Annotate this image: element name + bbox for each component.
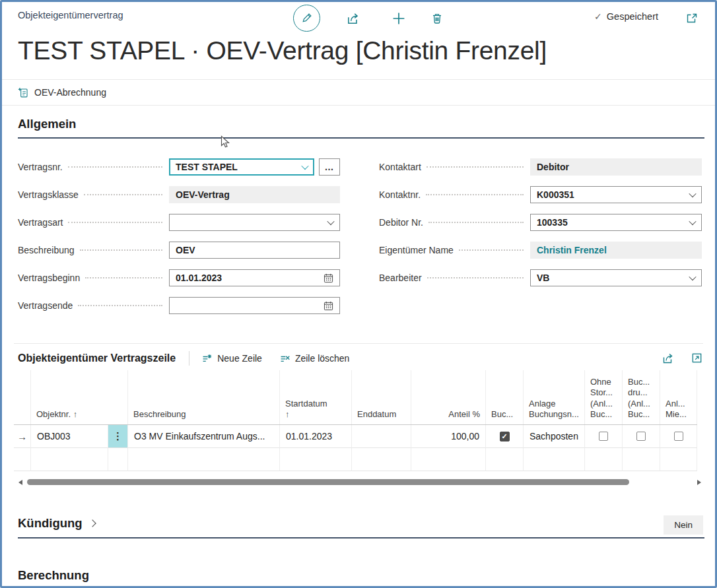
cell-startdatum[interactable]: [280, 448, 352, 471]
open-in-window-icon[interactable]: [691, 352, 703, 365]
cell-objektnr[interactable]: [31, 448, 108, 471]
delete-icon[interactable]: [430, 11, 444, 26]
dotted-leader: [80, 249, 162, 251]
checkbox-checked[interactable]: [500, 432, 510, 441]
cell-objektnr[interactable]: OBJ003: [31, 425, 108, 448]
column-header-buc[interactable]: Buc...: [486, 370, 524, 424]
vertragsbeginn-datefield[interactable]: 01.01.2023: [169, 269, 340, 286]
dotted-leader: [427, 166, 524, 168]
form-right-column: Kontaktart Debitor Kontaktnr. K000351 De…: [379, 158, 702, 297]
edit-pencil-icon[interactable]: [293, 5, 320, 32]
dotted-leader: [427, 277, 524, 278]
chevron-down-icon[interactable]: [301, 162, 308, 170]
field-label: Vertragsende: [18, 300, 73, 311]
field-beschreibung: Beschreibung OEV: [18, 242, 340, 259]
field-vertragsnr: Vertragsnr. TEST STAPEL …: [18, 158, 340, 176]
lines-part-caption: Objekteigentümer Vertragszeile Neue Zeil…: [18, 348, 703, 368]
cell-buc[interactable]: [486, 448, 524, 471]
cell-buc-dru[interactable]: [623, 448, 660, 471]
cell-enddatum[interactable]: [352, 425, 411, 448]
column-header-beschreibung[interactable]: Beschreibung: [128, 370, 280, 424]
beschreibung-input[interactable]: OEV: [169, 242, 340, 259]
cell-enddatum[interactable]: [352, 448, 411, 471]
cell-beschreibung[interactable]: [128, 448, 280, 471]
column-header-startdatum[interactable]: Startdatum ↑: [280, 370, 352, 424]
bearbeiter-combobox[interactable]: VB: [530, 269, 702, 286]
table-row: → OBJ003 ⋮ O3 MV Einkaufszentrum Augs...…: [14, 425, 697, 448]
action-label: Neue Zeile: [217, 353, 262, 364]
debitor-nr-combobox[interactable]: 100335: [530, 214, 702, 231]
new-line-button[interactable]: Neue Zeile: [201, 353, 262, 364]
field-value: OEV-Vertrag: [176, 189, 230, 200]
share-icon[interactable]: [662, 352, 675, 365]
field-debitor-nr: Debitor Nr. 100335: [379, 214, 702, 231]
cell-buc-checkbox[interactable]: [486, 425, 524, 448]
delete-line-icon: [279, 353, 290, 364]
checkbox-unchecked[interactable]: [674, 432, 683, 441]
chevron-down-icon[interactable]: [327, 218, 334, 225]
chevron-down-icon[interactable]: [689, 190, 696, 197]
assist-edit-button[interactable]: …: [319, 158, 340, 176]
action-bar: OEV-Abrechnung: [2, 80, 715, 106]
cell-selector: [14, 448, 31, 471]
cell-anteil[interactable]: [411, 448, 486, 471]
kontaktnr-combobox[interactable]: K000351: [530, 186, 702, 203]
checkbox-unchecked[interactable]: [599, 432, 608, 441]
lines-part-title: Objekteigentümer Vertragszeile: [18, 352, 176, 364]
vertragsende-datefield[interactable]: [169, 297, 340, 314]
cell-anl-mie-checkbox[interactable]: [660, 425, 697, 448]
column-header-anlage[interactable]: Anlage Buchungsn...: [524, 370, 585, 424]
cell-startdatum[interactable]: 01.01.2023: [280, 425, 352, 448]
section-title-allgemein[interactable]: Allgemein: [18, 117, 76, 131]
section-title-berechnung[interactable]: Berechnung: [18, 568, 89, 583]
cell-ohne-stor[interactable]: [585, 448, 623, 471]
column-header-objektnr[interactable]: Objektnr. ↑: [31, 370, 128, 424]
new-line-icon: [201, 353, 213, 364]
cell-anl-mie[interactable]: [660, 448, 697, 471]
calendar-icon[interactable]: [324, 273, 333, 283]
breadcrumb[interactable]: Objekteigentümervertrag: [18, 10, 123, 20]
chevron-down-icon[interactable]: [689, 273, 696, 280]
field-bearbeiter: Bearbeiter VB: [379, 269, 702, 286]
column-header-enddatum[interactable]: Enddatum: [352, 370, 411, 424]
field-label: Vertragsnr.: [18, 162, 63, 172]
cell-beschreibung[interactable]: O3 MV Einkaufszentrum Augs...: [128, 425, 280, 448]
cell-anteil[interactable]: 100,00: [411, 425, 486, 448]
field-eigentuemer-name: Eigentümer Name Christin Frenzel: [379, 242, 702, 259]
cell-anlage[interactable]: Sachposten: [524, 425, 585, 448]
owner-name-link[interactable]: Christin Frenzel: [537, 245, 607, 255]
column-header-ohne-stor[interactable]: Ohne Stor... (Anl... Buc...: [585, 370, 623, 424]
row-menu-icon[interactable]: ⋮: [108, 425, 128, 448]
section-title-kuendigung[interactable]: Kündigung: [18, 516, 95, 531]
dotted-leader: [68, 166, 162, 168]
horizontal-scrollbar[interactable]: [14, 478, 703, 487]
scroll-left-arrow[interactable]: [18, 480, 22, 485]
kuendigung-nein-button[interactable]: Nein: [664, 515, 703, 535]
new-document-icon: [18, 87, 29, 98]
column-header-anl-mie[interactable]: Anl... Mie...: [660, 370, 697, 424]
cell-anlage[interactable]: [524, 448, 585, 471]
chevron-down-icon[interactable]: [689, 218, 696, 225]
page-title: TEST STAPEL · OEV-Vertrag [Christin Fren…: [18, 36, 547, 65]
cell-menu: [108, 448, 128, 471]
oev-abrechnung-action[interactable]: OEV-Abrechnung: [18, 87, 106, 98]
scrollbar-thumb[interactable]: [27, 479, 629, 485]
column-header-anteil[interactable]: Anteil %: [411, 370, 486, 424]
add-icon[interactable]: [390, 10, 407, 27]
dotted-leader: [85, 277, 162, 278]
kontaktart-field: Debitor: [530, 158, 702, 176]
field-value: OEV: [176, 245, 195, 255]
vertragsart-combobox[interactable]: [169, 214, 340, 231]
share-icon[interactable]: [345, 11, 361, 26]
calendar-icon[interactable]: [324, 301, 333, 311]
section-rule: [18, 537, 704, 539]
delete-line-button[interactable]: Zeile löschen: [279, 353, 350, 364]
checkbox-unchecked[interactable]: [636, 432, 646, 441]
open-in-window-icon[interactable]: [685, 11, 699, 26]
cell-ohne-stor-checkbox[interactable]: [585, 425, 623, 448]
column-header-buc-dru[interactable]: Buc... dru... (Anl... Buc...: [623, 370, 660, 424]
cell-buc-dru-checkbox[interactable]: [623, 425, 660, 448]
field-kontaktnr: Kontaktnr. K000351: [379, 186, 702, 203]
scroll-right-arrow[interactable]: [697, 480, 701, 485]
vertragsnr-combobox[interactable]: TEST STAPEL: [169, 158, 314, 176]
